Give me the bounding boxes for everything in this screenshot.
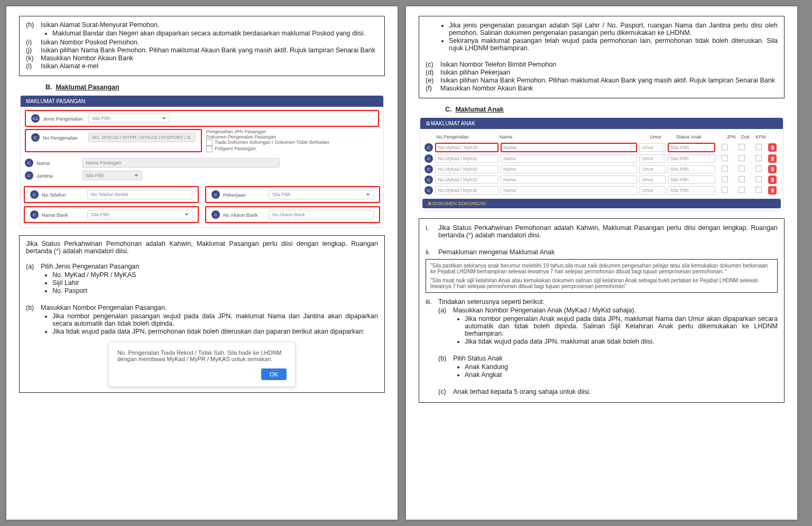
trash-icon[interactable]: 🗑 [768,143,777,152]
note-box: "Sila pastikan sekiranya anak berumur me… [426,259,778,293]
select-pekerjaan[interactable]: Sila Pilih [269,190,374,199]
table-row: C No.Mykad / MyKID Nama Umur Sila Pilih … [420,142,783,153]
select-nama-bank[interactable]: Sila Pilih [87,210,192,219]
lbl-no-pengenalan: No Pengenalan [43,135,85,141]
input-no-pengenalan[interactable]: NO. MYKAD / MYPR / MYKAS / PASPORT / S [88,133,196,142]
table-row: C No.Mykad / MyKID Nama Umur Sila Pilih … [420,153,783,164]
box-top-left: (h) Isikan Alamat Surat-Menyurat Pemohon… [19,16,385,76]
input-anak-no[interactable]: No.Mykad / MyKID [435,143,499,152]
intro-pasangan: Jika Status Perkahwinan Pemohonan adalah… [26,240,378,255]
item-l: Isikan Alamat e-mel [41,62,378,70]
page-right: Jika jenis pengenalan pasangan adalah Si… [406,6,797,520]
select-jenis-pengenalan[interactable]: Sila Pilih [88,114,170,123]
alert-box: No. Pengenalan Tiada Rekod / Tidak Sah. … [108,342,296,387]
select-anak-status[interactable]: Sila Pilih [668,143,715,152]
txt-dokumen-pengenalan: Dokumen Pengenalan Pasangan [206,134,379,140]
item-a: Pilih Jenis Pengenalan Pasangan [41,263,139,270]
section-b-heading: B. B. Maklumat PasanganMaklumat Pasangan [45,84,385,91]
chk-tiada-dok[interactable] [206,140,213,146]
input-anak-nama[interactable]: Nama [501,143,637,152]
trash-icon[interactable]: 🗑 [768,165,777,173]
input-nama-pasangan[interactable]: Nama Pasangan [82,158,280,168]
txt-pengesahan-jpn: Pengesahan JPN Pasangan [206,129,379,134]
section-c-heading: C. Maklumat Anak [445,106,785,113]
alert-message: No. Pengenalan Tiada Rekod / Tidak Sah. … [117,349,287,362]
trash-icon[interactable]: 🗑 [768,186,777,195]
form-maklumat-anak: 🗎MAKLUMAT ANAK No.Pengenalan Nama Umur S… [420,117,783,211]
table-row: C No.Mykad / MyKID Nama Umur Sila Pilih … [420,174,783,185]
trash-icon[interactable]: 🗑 [768,176,777,184]
item-h: Isikan Alamat Surat-Menyurat Pemohon. [41,21,159,29]
item-h-bul: Maklumat Bandar dan Negeri akan dipapark… [52,30,378,37]
alert-ok-button[interactable]: OK [261,368,287,380]
bar-dokumen-sokongan[interactable]: 🗎DOKUMEN SOKONGAN [422,199,781,208]
input-no-telefon[interactable]: No.Telefon Bimbit [87,190,192,199]
select-jantina[interactable]: Sila Pilih [82,171,142,180]
box-instructions-pasangan: Jika Status Perkahwinan Pemohonan adalah… [19,235,385,393]
box-instructions-anak: i. Jika Status Perkahwinan Pemohonan ada… [419,218,785,403]
chip-c1: C1 [31,114,40,123]
item-k: Masukkan Nombor Akaun Bank [41,54,378,62]
item-b: Masukkan Nombor Pengenalan Pasangan. [41,304,167,311]
chk-poligami[interactable] [206,146,213,152]
table-row: C No.Mykad / MyKID Nama Umur Sila Pilih … [420,164,783,174]
form-maklumat-pasangan: MAKLUMAT PASANGAN C1 Jenis Pengenalan Si… [20,95,384,228]
lbl-h: (h) [26,21,41,38]
table-row: C No.Mykad / MyKID Nama Umur Sila Pilih … [420,185,783,196]
input-no-akaun[interactable]: No Akaun Bank [269,210,374,219]
item-j: Isikan pilihan Nama Bank Pemohon. Piliha… [41,47,378,54]
form-bar-pasangan: MAKLUMAT PASANGAN [21,96,383,107]
box-top-right: Jika jenis pengenalan pasangan adalah Si… [419,16,785,98]
form-bar-anak: 🗎MAKLUMAT ANAK [420,118,783,129]
page-left: (h) Isikan Alamat Surat-Menyurat Pemohon… [6,6,398,520]
trash-icon[interactable]: 🗑 [768,154,777,163]
lbl-jenis-pengenalan: Jenis Pengenalan [43,116,85,122]
item-i: Isikan Nombor Poskod Pemohon. [41,39,378,46]
